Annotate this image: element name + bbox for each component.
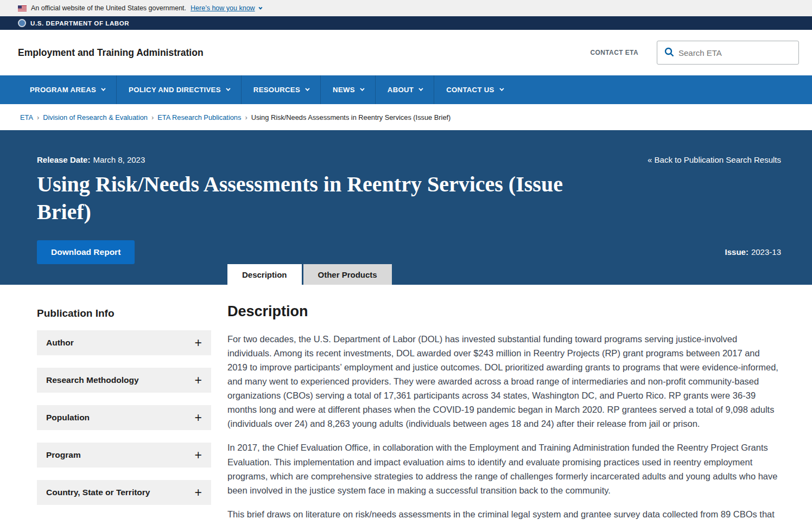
page-title: Using Risk/Needs Assessments in Reentry … bbox=[37, 171, 612, 226]
how-you-know-link[interactable]: Here’s how you know bbox=[191, 4, 261, 12]
accordion-label: Program bbox=[46, 450, 81, 460]
dol-seal-icon bbox=[18, 19, 26, 27]
accordion-program[interactable]: Program + bbox=[37, 443, 211, 468]
accordion-label: Country, State or Territory bbox=[46, 488, 150, 497]
publication-info-sidebar: Publication Info Author + Research Metho… bbox=[37, 299, 211, 517]
release-date-value: March 8, 2023 bbox=[93, 155, 145, 164]
chevron-down-icon bbox=[499, 86, 504, 91]
tab-description[interactable]: Description bbox=[227, 264, 302, 285]
dol-label: U.S. DEPARTMENT OF LABOR bbox=[30, 20, 129, 27]
description-heading: Description bbox=[227, 303, 782, 320]
main-content: Publication Info Author + Research Metho… bbox=[0, 285, 812, 525]
nav-item-resources[interactable]: RESOURCES bbox=[241, 75, 320, 104]
site-title: Employment and Training Administration bbox=[18, 47, 204, 59]
description-paragraph: This brief draws on literature on risk/n… bbox=[227, 507, 782, 525]
accordion-population[interactable]: Population + bbox=[37, 405, 211, 430]
accordion-label: Author bbox=[46, 338, 74, 348]
issue-label: Issue: bbox=[725, 247, 748, 257]
breadcrumb-separator: › bbox=[151, 113, 154, 121]
search-button[interactable] bbox=[657, 47, 678, 59]
nav-item-contact-us[interactable]: CONTACT US bbox=[434, 75, 514, 104]
back-to-results-link[interactable]: « Back to Publication Search Results bbox=[648, 155, 781, 164]
gov-banner: An official website of the United States… bbox=[0, 0, 812, 16]
breadcrumb-current: Using Risk/Needs Assessments in Reentry … bbox=[251, 113, 451, 121]
nav-item-policy-and-directives[interactable]: POLICY AND DIRECTIVES bbox=[116, 75, 241, 104]
breadcrumb-link-eta[interactable]: ETA bbox=[20, 113, 33, 121]
description-paragraph: For two decades, the U.S. Department of … bbox=[227, 332, 782, 431]
release-date-label: Release Date: bbox=[37, 155, 90, 164]
description-paragraph: In 2017, the Chief Evaluation Office, in… bbox=[227, 440, 782, 497]
plus-icon: + bbox=[195, 338, 202, 348]
dol-bar: U.S. DEPARTMENT OF LABOR bbox=[0, 16, 812, 30]
plus-icon: + bbox=[195, 375, 202, 385]
breadcrumb-separator: › bbox=[37, 113, 39, 121]
chevron-down-icon bbox=[226, 86, 230, 91]
how-you-know-label: Here’s how you know bbox=[191, 4, 255, 12]
nav-item-program-areas[interactable]: PROGRAM AREAS bbox=[18, 75, 116, 104]
accordion-label: Population bbox=[46, 413, 90, 422]
chevron-down-icon bbox=[101, 86, 105, 91]
chevron-down-icon bbox=[360, 86, 364, 91]
accordion-label: Research Methodology bbox=[46, 375, 139, 385]
chevron-down-icon bbox=[305, 86, 309, 91]
sidebar-heading: Publication Info bbox=[37, 308, 211, 319]
search-box bbox=[657, 41, 799, 65]
gov-banner-text: An official website of the United States… bbox=[31, 4, 186, 12]
main-nav: PROGRAM AREAS POLICY AND DIRECTIVES RESO… bbox=[0, 75, 812, 104]
chevron-down-icon bbox=[258, 5, 262, 9]
download-report-button[interactable]: Download Report bbox=[37, 240, 135, 264]
accordion-research-methodology[interactable]: Research Methodology + bbox=[37, 368, 211, 393]
nav-item-label: ABOUT bbox=[388, 86, 414, 94]
release-date: Release Date:March 8, 2023 bbox=[37, 155, 145, 164]
nav-item-news[interactable]: NEWS bbox=[320, 75, 375, 104]
nav-item-label: CONTACT US bbox=[446, 86, 494, 94]
nav-item-label: NEWS bbox=[333, 86, 355, 94]
publication-hero: Release Date:March 8, 2023 « Back to Pub… bbox=[0, 130, 812, 285]
tab-other-products[interactable]: Other Products bbox=[303, 264, 392, 285]
contact-eta-link[interactable]: CONTACT ETA bbox=[590, 49, 638, 56]
nav-item-label: POLICY AND DIRECTIVES bbox=[129, 86, 221, 94]
chevron-down-icon bbox=[418, 86, 423, 91]
site-header: Employment and Training Administration C… bbox=[0, 30, 812, 75]
tab-bar: Description Other Products bbox=[227, 264, 392, 285]
search-input[interactable] bbox=[678, 48, 798, 57]
plus-icon: + bbox=[195, 450, 202, 460]
breadcrumb: ETA › Division of Research & Evaluation … bbox=[0, 104, 812, 130]
nav-item-label: RESOURCES bbox=[253, 86, 300, 94]
accordion-author[interactable]: Author + bbox=[37, 330, 211, 355]
nav-item-label: PROGRAM AREAS bbox=[30, 86, 96, 94]
plus-icon: + bbox=[195, 413, 202, 422]
breadcrumb-link-publications[interactable]: ETA Research Publications bbox=[157, 113, 241, 121]
issue-value: 2023-13 bbox=[751, 247, 781, 257]
breadcrumb-link-division[interactable]: Division of Research & Evaluation bbox=[43, 113, 148, 121]
search-icon bbox=[664, 47, 674, 59]
breadcrumb-separator: › bbox=[245, 113, 247, 121]
plus-icon: + bbox=[195, 488, 202, 497]
accordion-country-state-territory[interactable]: Country, State or Territory + bbox=[37, 480, 211, 505]
nav-item-about[interactable]: ABOUT bbox=[375, 75, 434, 104]
us-flag-icon bbox=[18, 5, 27, 11]
issue-number: Issue:2023-13 bbox=[725, 247, 781, 257]
description-panel: Description For two decades, the U.S. De… bbox=[227, 299, 782, 525]
